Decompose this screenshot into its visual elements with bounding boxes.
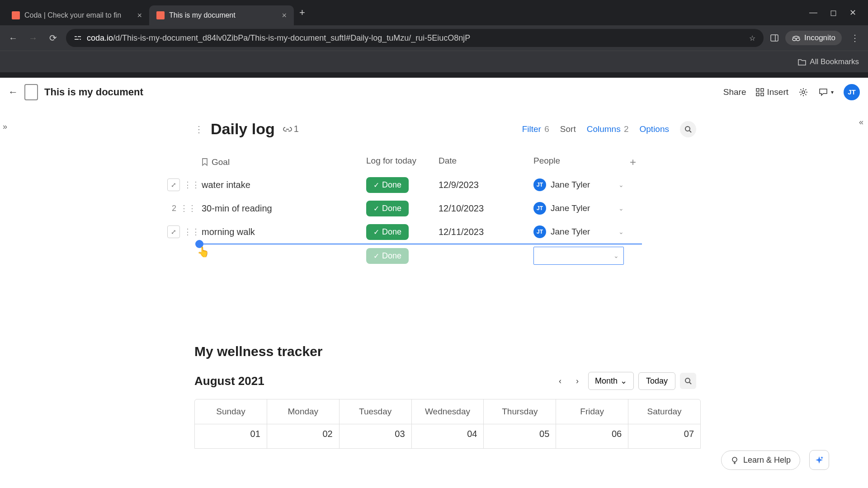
column-header-people[interactable]: People [533, 156, 624, 169]
cell-people[interactable]: JT Jane Tyler ⌄ [533, 178, 624, 191]
cell-people[interactable]: JT Jane Tyler ⌄ [533, 202, 624, 215]
calendar-day-header: Saturday [628, 399, 700, 424]
url-domain: coda.io [87, 33, 113, 42]
calendar-date-cell[interactable]: 01 [195, 424, 267, 448]
incognito-icon [792, 35, 801, 41]
incognito-badge[interactable]: Incognito [785, 31, 842, 45]
done-pill[interactable]: ✓Done [366, 224, 409, 240]
all-bookmarks-button[interactable]: All Bookmarks [798, 57, 859, 66]
calendar-view-select[interactable]: Month ⌄ [588, 372, 634, 390]
svg-rect-2 [75, 39, 79, 40]
url-path: /d/This-is-my-document_d84lv0ZibPa/This-… [113, 33, 470, 42]
svg-rect-0 [75, 36, 77, 37]
table-row[interactable]: ⤢ ⋮⋮ water intake ✓Done 12/9/2023 JT Jan… [199, 173, 642, 197]
add-column-button[interactable]: + [624, 156, 642, 169]
search-icon [684, 126, 692, 133]
calendar-date-cell[interactable]: 06 [556, 424, 628, 448]
comment-icon [818, 87, 828, 97]
table-row[interactable]: ⤢ ⋮⋮ morning walk ✓Done 12/11/2023 JT Ja… [199, 220, 642, 244]
drag-handle-icon[interactable]: ⋮ [194, 124, 203, 135]
site-settings-icon[interactable] [74, 34, 81, 42]
table-search-button[interactable] [680, 121, 696, 137]
calendar-today-button[interactable]: Today [638, 372, 675, 390]
new-row[interactable]: 👆 ✓Done ⌄ [199, 244, 642, 267]
sparkle-icon [814, 455, 824, 465]
table-title[interactable]: Daily log [211, 120, 275, 138]
comments-button[interactable]: ▾ [818, 87, 834, 97]
calendar-next-button[interactable]: › [571, 375, 584, 387]
reload-button[interactable]: ⟳ [46, 31, 60, 45]
cell-date[interactable]: 12/9/2023 [439, 180, 533, 190]
person-name: Jane Tyler [551, 180, 590, 190]
done-pill[interactable]: ✓Done [366, 177, 409, 193]
calendar-month-label: August 2021 [194, 374, 264, 388]
sort-button[interactable]: Sort [560, 124, 576, 134]
link-badge[interactable]: 1 [283, 124, 299, 134]
bookmark-star-icon[interactable]: ☆ [749, 34, 755, 42]
column-header-date[interactable]: Date [439, 156, 533, 169]
svg-line-14 [689, 131, 691, 132]
user-avatar[interactable]: JT [844, 84, 860, 100]
forward-button[interactable]: → [26, 31, 40, 45]
filter-button[interactable]: Filter 6 [522, 124, 549, 134]
drag-handle-icon[interactable]: ⋮⋮ [184, 227, 200, 237]
learn-help-button[interactable]: Learn & Help [721, 450, 800, 470]
column-header-log[interactable]: Log for today [366, 156, 439, 169]
minimize-icon[interactable]: — [809, 8, 817, 18]
maximize-icon[interactable]: ◻ [830, 8, 837, 18]
insert-button[interactable]: Insert [756, 87, 788, 97]
new-tab-button[interactable]: + [299, 7, 305, 19]
calendar-search-button[interactable] [680, 373, 696, 389]
back-button[interactable]: ← [6, 31, 20, 45]
ai-assistant-button[interactable] [809, 450, 829, 470]
column-header-goal[interactable]: Goal [199, 156, 366, 169]
panel-icon[interactable] [770, 33, 779, 42]
address-bar[interactable]: coda.io/d/This-is-my-document_d84lv0ZibP… [66, 29, 764, 47]
columns-button[interactable]: Columns 2 [587, 124, 629, 134]
cell-date[interactable]: 12/11/2023 [439, 227, 533, 237]
svg-point-6 [793, 38, 796, 41]
close-icon[interactable]: × [282, 11, 287, 20]
incognito-label: Incognito [804, 33, 835, 42]
browser-tab-0[interactable]: Coda | Check your email to fin × [5, 5, 149, 25]
close-window-icon[interactable]: ✕ [849, 8, 856, 18]
drag-handle-icon[interactable]: ⋮⋮ [180, 203, 196, 213]
browser-tab-1[interactable]: This is my document × [149, 5, 294, 25]
wellness-title[interactable]: My wellness tracker [194, 344, 696, 359]
share-button[interactable]: Share [723, 87, 746, 97]
cell-goal[interactable]: water intake [199, 180, 366, 190]
svg-rect-3 [80, 39, 81, 40]
calendar-date-cell[interactable]: 02 [267, 424, 340, 448]
calendar-date-cell[interactable]: 05 [484, 424, 556, 448]
calendar-date-cell[interactable]: 03 [340, 424, 412, 448]
done-pill[interactable]: ✓Done [366, 201, 409, 216]
table-row[interactable]: 2 ⋮⋮ 30-min of reading ✓Done 12/10/2023 … [199, 197, 642, 220]
document-title[interactable]: This is my document [44, 86, 143, 98]
people-cell-new[interactable]: ⌄ [533, 247, 624, 265]
close-icon[interactable]: × [137, 11, 142, 20]
document-icon [24, 84, 38, 100]
calendar-day-header: Sunday [195, 399, 267, 424]
done-pill-new[interactable]: ✓Done [366, 248, 409, 264]
settings-button[interactable] [798, 87, 808, 97]
options-button[interactable]: Options [640, 124, 669, 134]
cell-people[interactable]: JT Jane Tyler ⌄ [533, 225, 624, 238]
drag-handle-icon[interactable]: ⋮⋮ [184, 180, 200, 190]
cell-goal[interactable]: 30-min of reading [199, 203, 366, 214]
lightbulb-icon [731, 456, 739, 465]
link-icon [283, 126, 292, 132]
favicon-icon [12, 11, 20, 19]
expand-row-button[interactable]: ⤢ [167, 225, 180, 238]
chevron-down-icon: ⌄ [618, 205, 624, 212]
svg-rect-10 [756, 93, 759, 96]
expand-row-button[interactable]: ⤢ [167, 178, 180, 191]
calendar-date-cell[interactable]: 04 [412, 424, 484, 448]
cell-date[interactable]: 12/10/2023 [439, 203, 533, 214]
calendar-prev-button[interactable]: ‹ [554, 375, 566, 387]
calendar-day-header: Friday [556, 399, 628, 424]
cursor-icon: 👆 [197, 246, 209, 258]
calendar-date-cell[interactable]: 07 [628, 424, 700, 448]
browser-menu-icon[interactable]: ⋮ [848, 31, 862, 45]
cell-goal[interactable]: morning walk [199, 227, 366, 237]
app-back-button[interactable]: ← [8, 86, 18, 98]
